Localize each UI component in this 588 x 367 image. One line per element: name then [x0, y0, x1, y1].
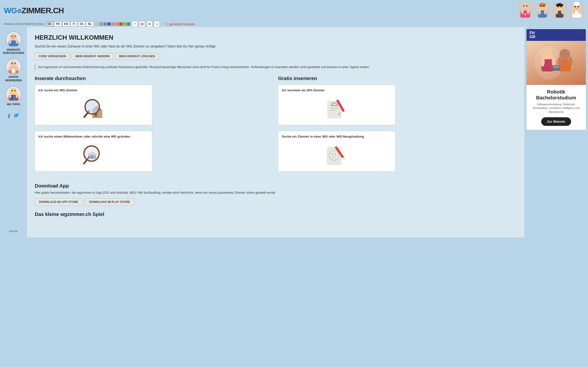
sidebar-avatar-inserieren	[6, 59, 22, 74]
ad-body: Robotik Bachelorstudium Softwareentwickl…	[527, 85, 586, 130]
lang-fr[interactable]: FR	[54, 22, 61, 26]
logo[interactable]: WG⚙ZIMMER.CH	[4, 6, 64, 15]
settings-icon-button[interactable]: ⚙	[139, 21, 145, 27]
card-suche-mitbewohner[interactable]: Ich suche einen Mitbewohner oder möchte …	[35, 131, 152, 171]
lang-nl[interactable]: NL	[86, 22, 94, 26]
svg-point-89	[552, 57, 556, 67]
header-characters: ♥	[518, 2, 584, 19]
ad-logo-line1: FH	[529, 31, 535, 35]
faq-button[interactable]: ?	[132, 21, 138, 27]
card-vermiete-zimmer[interactable]: Ich vermiete ein WG-Zimmer	[278, 85, 395, 125]
svg-point-6	[526, 5, 527, 7]
svg-point-37	[9, 66, 11, 71]
mobile-icon-button[interactable]: m	[147, 21, 152, 27]
svg-rect-52	[12, 95, 13, 100]
ad-box: ✕ FH GR ♥	[526, 29, 586, 130]
sidebar-item-inserate[interactable]: INSERATEDURCHSUCHEN	[0, 29, 27, 57]
download-buttons: DOWNLOAD IM APP STORE DOWNLOAD IM PLAY S…	[35, 198, 516, 206]
svg-point-27	[575, 6, 576, 7]
color-swatches	[96, 22, 130, 26]
svg-point-97	[553, 69, 555, 70]
svg-point-33	[12, 36, 13, 37]
action-buttons: CODE VERGESSEN MEIN INSERAT ÄNDERN MEIN …	[35, 53, 516, 60]
color-swatch-2[interactable]	[99, 22, 103, 26]
lang-it[interactable]: IT	[71, 22, 77, 26]
color-swatch-3[interactable]	[103, 22, 107, 26]
card-vermiete-zimmer-image	[282, 95, 392, 121]
color-swatch-4[interactable]	[107, 22, 111, 26]
ad-headline: Robotik Bachelorstudium	[530, 89, 582, 101]
ad-subtext: Softwareentwicklung, Elektronik, Konstru…	[530, 103, 582, 114]
svg-point-93	[568, 57, 572, 67]
svg-rect-96	[556, 66, 559, 68]
svg-point-32	[16, 39, 18, 44]
download-appstore-button[interactable]: DOWNLOAD IM APP STORE	[35, 198, 82, 206]
ad-cta-button[interactable]: Zur Website	[541, 117, 571, 126]
character-1: ♥	[518, 2, 533, 19]
game-section-title: Das kleine wgzimmer.ch Spiel	[35, 212, 516, 217]
card-suche-mitbewohner-title: Ich suche einen Mitbewohner oder möchte …	[38, 135, 130, 138]
svg-point-24	[572, 8, 575, 14]
bookmarked-link[interactable]: ♡ 1 gemerkte Inserate	[163, 22, 195, 26]
svg-text:♥: ♥	[524, 12, 526, 16]
card-suche-wg-title: Suche ein Zimmer in einer WG oder WG-Neu…	[282, 135, 364, 138]
svg-point-39	[12, 63, 13, 64]
svg-point-20	[557, 6, 559, 7]
ad-panel: ✕ FH GR ♥	[524, 27, 588, 237]
code-vergessen-button[interactable]: CODE VERGESSEN	[35, 53, 70, 60]
svg-point-98	[555, 69, 557, 70]
color-swatch-6[interactable]	[115, 22, 119, 26]
mein-inserat-aendern-button[interactable]: MEIN INSERAT ÄNDERN	[72, 53, 113, 60]
lang-en[interactable]: EN	[62, 22, 70, 26]
svg-point-28	[577, 6, 579, 7]
mein-inserat-loeschen-button[interactable]: MEIN INSERAT LÖSCHEN	[115, 53, 159, 60]
svg-point-9	[538, 8, 541, 15]
card-suche-wg[interactable]: Suche ein Zimmer in einer WG oder WG-Neu…	[278, 131, 395, 171]
card-vermiete-zimmer-title: Ich vermiete ein WG-Zimmer	[282, 88, 325, 92]
game-section: Das kleine wgzimmer.ch Spiel	[35, 212, 516, 217]
ad-close-icon[interactable]: ✕	[582, 30, 585, 34]
search-cards: Ich suche ein WG-Zimmer	[35, 85, 273, 125]
notice-text: Auf wgzimmer.ch wird keinerlei Diskrimin…	[35, 65, 516, 70]
social-icons: f	[6, 111, 21, 122]
color-swatch-1[interactable]	[96, 22, 99, 26]
svg-point-34	[14, 36, 16, 37]
color-swatch-9[interactable]	[127, 22, 130, 26]
sidebar-label-inserieren: GRATIS INSERIEREN	[1, 75, 26, 82]
color-swatch-5[interactable]	[111, 22, 115, 26]
svg-point-10	[544, 8, 547, 15]
svg-point-67	[84, 146, 99, 161]
svg-point-38	[16, 66, 18, 71]
svg-point-21	[560, 6, 562, 7]
svg-point-92	[558, 57, 562, 67]
character-3	[552, 2, 567, 19]
share-icon-button[interactable]: ↪	[154, 21, 160, 27]
card-suche-wg-zimmer-title: Ich suche ein WG-Zimmer	[38, 88, 78, 92]
insert-cards-row2: Suche ein Zimmer in einer WG oder WG-Neu…	[278, 131, 516, 171]
faq-label: FRAGEN UND ANTWORTEN (FAQ)	[4, 23, 44, 25]
download-playstore-button[interactable]: DOWNLOAD IM PLAY STORE	[85, 198, 134, 206]
svg-point-47	[9, 93, 11, 98]
sidebar-item-inserieren[interactable]: GRATIS INSERIEREN	[0, 57, 27, 84]
lang-es[interactable]: ES	[78, 22, 85, 26]
svg-rect-19	[558, 3, 561, 4]
download-section: Download App Hier gratis herunterladen: …	[35, 183, 516, 206]
ad-logo: FH GR	[529, 31, 535, 39]
search-cards-row2: Ich suche einen Mitbewohner oder möchte …	[35, 131, 273, 171]
lang-de[interactable]: DE	[46, 22, 53, 26]
twitter-icon[interactable]	[13, 113, 19, 120]
svg-point-16	[555, 8, 558, 14]
ad-image: ♥	[527, 41, 586, 85]
svg-point-31	[9, 39, 11, 44]
color-swatch-8[interactable]	[123, 22, 126, 26]
facebook-icon[interactable]: f	[8, 113, 10, 120]
card-suche-wg-zimmer[interactable]: Ich suche ein WG-Zimmer	[35, 85, 152, 125]
two-col-sections: Inserate durchsuchen Ich suche ein WG-Zi…	[35, 76, 516, 177]
svg-point-4	[527, 7, 530, 14]
svg-point-59	[86, 101, 98, 113]
heart-icon: ♡	[163, 22, 166, 26]
ad-logo-bar: FH GR	[527, 29, 586, 41]
sidebar-item-tipps[interactable]: WG TIPPS	[0, 84, 27, 108]
sidebar-label-inserate: INSERATEDURCHSUCHEN	[3, 48, 24, 55]
color-swatch-7[interactable]	[119, 22, 122, 26]
